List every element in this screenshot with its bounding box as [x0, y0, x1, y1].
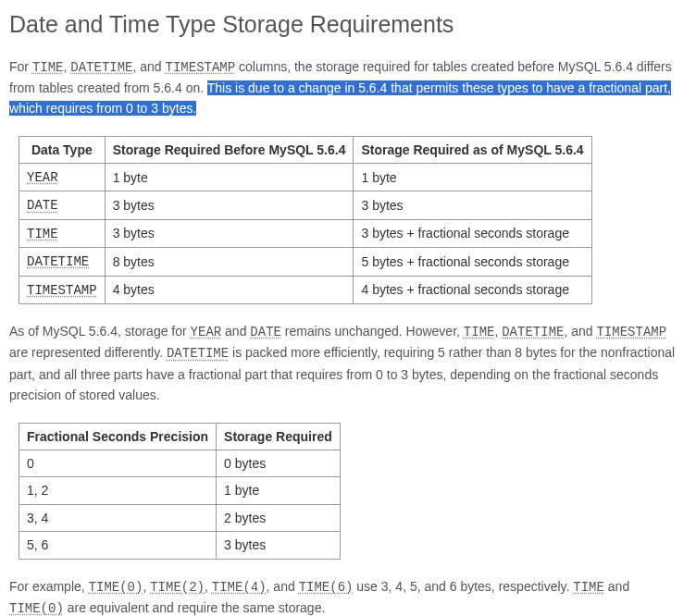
- cell: 3 bytes + fractional seconds storage: [354, 219, 591, 247]
- text: For example,: [9, 579, 89, 594]
- cell: 5, 6: [19, 532, 217, 559]
- text: are equivalent and require the same stor…: [64, 600, 326, 615]
- col-header: Storage Required Before MySQL 5.6.4: [105, 136, 354, 163]
- type-datetime: DATETIME: [167, 346, 229, 361]
- cell: 5 bytes + fractional seconds storage: [354, 248, 591, 276]
- col-header: Storage Required: [217, 423, 341, 450]
- cell: 1 byte: [217, 477, 341, 504]
- type-year: YEAR: [191, 325, 222, 339]
- cell: 3 bytes: [354, 191, 591, 219]
- table-row: 0 0 bytes: [19, 450, 341, 476]
- middle-paragraph: As of MySQL 5.6.4, storage for YEAR and …: [9, 321, 687, 406]
- table-row: 3, 4 2 bytes: [19, 504, 341, 531]
- type-time: TIME: [573, 580, 604, 595]
- cell: 3, 4: [19, 504, 217, 531]
- text: remains unchanged. However,: [281, 324, 464, 339]
- cell: 3 bytes: [105, 191, 354, 219]
- col-header: Storage Required as of MySQL 5.6.4: [354, 136, 591, 163]
- text: , and: [267, 579, 299, 594]
- type-literal: TIMESTAMP: [27, 283, 97, 298]
- type-time0: TIME(0): [89, 580, 143, 595]
- col-header: Data Type: [19, 136, 106, 163]
- type-time2: TIME(2): [150, 580, 205, 595]
- table-row: YEAR 1 byte 1 byte: [19, 164, 592, 191]
- type-date: DATE: [250, 325, 281, 339]
- cell: 0 bytes: [217, 450, 341, 476]
- fractional-precision-table: Fractional Seconds Precision Storage Req…: [19, 423, 341, 560]
- type-time6: TIME(6): [299, 580, 354, 595]
- cell: 1 byte: [354, 164, 591, 191]
- cell: 4 bytes: [105, 276, 354, 303]
- text: , and: [133, 59, 166, 74]
- cell: 0: [19, 450, 217, 476]
- type-literal: YEAR: [27, 170, 58, 185]
- text: For: [9, 59, 32, 74]
- type-timestamp: TIMESTAMP: [166, 60, 236, 75]
- type-time4: TIME(4): [212, 580, 267, 595]
- section-heading: Date and Time Type Storage Requirements: [9, 9, 687, 40]
- cell: 1 byte: [105, 164, 354, 191]
- table-row: TIMESTAMP 4 bytes 4 bytes + fractional s…: [19, 276, 592, 303]
- intro-paragraph: For TIME, DATETIME, and TIMESTAMP column…: [9, 56, 687, 119]
- cell: 8 bytes: [105, 248, 354, 276]
- cell: 3 bytes: [105, 219, 354, 247]
- example-paragraph: For example, TIME(0), TIME(2), TIME(4), …: [9, 576, 687, 616]
- type-time0: TIME(0): [9, 601, 64, 616]
- text: are represented differently.: [9, 345, 167, 360]
- table-row: 1, 2 1 byte: [19, 477, 341, 504]
- table-row: 5, 6 3 bytes: [19, 532, 341, 559]
- text: use 3, 4, 5, and 6 bytes, respectively.: [353, 579, 573, 594]
- cell: 1, 2: [19, 477, 217, 504]
- type-timestamp: TIMESTAMP: [596, 325, 666, 339]
- text: , and: [564, 324, 596, 339]
- cell: 3 bytes: [217, 532, 341, 559]
- type-datetime: DATETIME: [502, 325, 564, 339]
- text: ,: [205, 579, 212, 594]
- type-literal: DATE: [27, 198, 58, 213]
- type-datetime: DATETIME: [70, 60, 132, 75]
- table-row: TIME 3 bytes 3 bytes + fractional second…: [19, 219, 592, 247]
- cell: 2 bytes: [217, 504, 341, 531]
- text: As of MySQL 5.6.4, storage for: [9, 324, 191, 339]
- text: and: [221, 324, 250, 339]
- cell: 4 bytes + fractional seconds storage: [354, 276, 591, 303]
- text: and: [604, 579, 629, 594]
- col-header: Fractional Seconds Precision: [19, 423, 217, 450]
- type-time: TIME: [464, 325, 495, 339]
- type-literal: DATETIME: [27, 254, 89, 269]
- type-literal: TIME: [27, 227, 58, 241]
- type-time: TIME: [32, 60, 64, 75]
- table-row: DATE 3 bytes 3 bytes: [19, 191, 592, 219]
- table-row: DATETIME 8 bytes 5 bytes + fractional se…: [19, 248, 592, 276]
- storage-requirements-table: Data Type Storage Required Before MySQL …: [19, 136, 592, 304]
